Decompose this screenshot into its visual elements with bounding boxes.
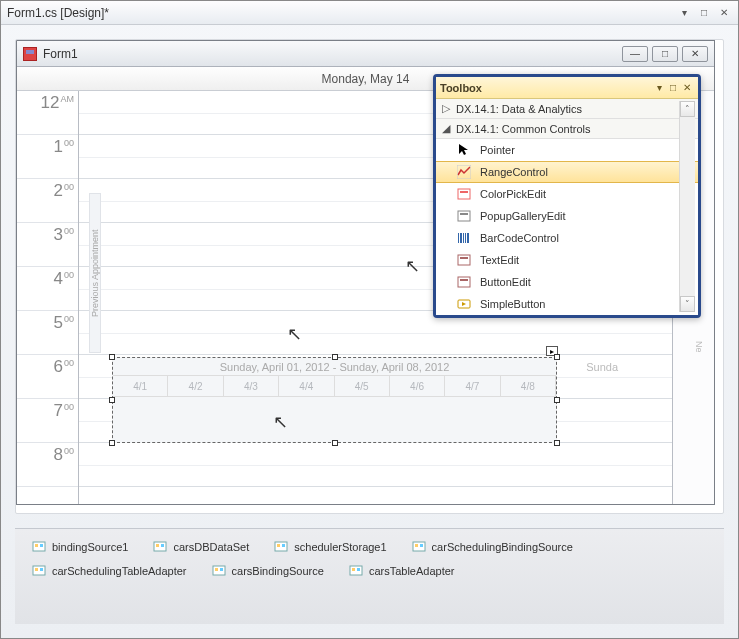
toolbox-item-label: Pointer xyxy=(480,144,515,156)
component-icon xyxy=(411,539,427,555)
toolbox-close-icon[interactable]: ✕ xyxy=(680,81,694,95)
toolbox-group-label: DX.14.1: Data & Analytics xyxy=(456,103,582,115)
svg-rect-3 xyxy=(458,211,470,221)
toolbox-item[interactable]: Pointer xyxy=(436,139,698,161)
component-icon xyxy=(152,539,168,555)
window-title: Form1.cs [Design]* xyxy=(7,6,676,20)
pin-icon[interactable]: □ xyxy=(666,81,680,95)
tray-label: carsBindingSource xyxy=(232,565,324,577)
svg-rect-27 xyxy=(33,566,45,575)
toolbox-group-expanded[interactable]: ◢ DX.14.1: Common Controls xyxy=(436,119,698,139)
range-ticks: 4/14/24/34/44/54/64/74/8 xyxy=(113,375,556,397)
svg-rect-28 xyxy=(35,568,38,571)
svg-rect-6 xyxy=(460,233,462,243)
dropdown-icon[interactable]: ▾ xyxy=(676,6,692,20)
svg-rect-20 xyxy=(161,544,164,547)
time-slot: 400 xyxy=(17,267,78,311)
scroll-down-icon[interactable]: ˅ xyxy=(680,296,695,312)
previous-appointment-button[interactable]: Previous Appointment xyxy=(89,193,101,353)
toolbox-title: Toolbox xyxy=(440,82,652,94)
toolbox-item[interactable]: ButtonEdit xyxy=(436,271,698,293)
range-tick: 4/5 xyxy=(335,376,390,396)
svg-rect-1 xyxy=(458,189,470,199)
component-icon xyxy=(348,563,364,579)
form1-title: Form1 xyxy=(43,47,622,61)
minimize-button[interactable]: — xyxy=(622,46,648,62)
svg-rect-5 xyxy=(458,233,459,243)
svg-rect-32 xyxy=(220,568,223,571)
time-slot: 12AM xyxy=(17,91,78,135)
svg-rect-8 xyxy=(465,233,466,243)
toolbox-item-label: ButtonEdit xyxy=(480,276,531,288)
tray-component[interactable]: carSchedulingTableAdapter xyxy=(31,563,187,579)
tray-component[interactable]: carsDBDataSet xyxy=(152,539,249,555)
range-tick: 4/4 xyxy=(279,376,334,396)
collapse-icon: ◢ xyxy=(442,122,452,135)
range-control[interactable]: ▸ Sunday, April 01, 2012 - Sunday, April… xyxy=(112,357,557,443)
close-icon[interactable]: ✕ xyxy=(716,6,732,20)
svg-rect-10 xyxy=(458,255,470,265)
tray-label: schedulerStorage1 xyxy=(294,541,386,553)
toolbox-item[interactable]: RangeControl xyxy=(436,161,698,183)
toolbox-item[interactable]: SimpleButton xyxy=(436,293,698,315)
time-slot: 500 xyxy=(17,311,78,355)
time-slot: 600 xyxy=(17,355,78,399)
smart-tag-icon[interactable]: ▸ xyxy=(546,346,558,356)
toolbox-items: PointerRangeControlColorPickEditPopupGal… xyxy=(436,139,698,315)
time-slot: 200 xyxy=(17,179,78,223)
tray-label: carSchedulingTableAdapter xyxy=(52,565,187,577)
svg-rect-11 xyxy=(460,257,468,259)
svg-rect-9 xyxy=(467,233,469,243)
range-tick: 4/3 xyxy=(224,376,279,396)
range-icon xyxy=(456,164,472,180)
maximize-button[interactable]: □ xyxy=(652,46,678,62)
textedit-icon xyxy=(456,252,472,268)
colorpick-icon xyxy=(456,186,472,202)
pointer-icon xyxy=(456,142,472,158)
toolbox-group-collapsed[interactable]: ▷ DX.14.1: Data & Analytics xyxy=(436,99,698,119)
close-button[interactable]: ✕ xyxy=(682,46,708,62)
svg-rect-2 xyxy=(460,191,468,193)
simplebtn-icon xyxy=(456,296,472,312)
tray-component[interactable]: carsTableAdapter xyxy=(348,563,455,579)
svg-rect-24 xyxy=(413,542,425,551)
toolbox-scrollbar[interactable]: ˄ ˅ xyxy=(679,101,695,312)
tray-component[interactable]: bindingSource1 xyxy=(31,539,128,555)
svg-rect-7 xyxy=(463,233,464,243)
toolbox-item[interactable]: BarCodeControl xyxy=(436,227,698,249)
range-caption: Sunday, April 01, 2012 - Sunday, April 0… xyxy=(113,358,556,373)
toolbox-group-label: DX.14.1: Common Controls xyxy=(456,123,591,135)
scroll-up-icon[interactable]: ˄ xyxy=(680,101,695,117)
toolbox-item[interactable]: PopupGalleryEdit xyxy=(436,205,698,227)
svg-rect-23 xyxy=(282,544,285,547)
tray-label: carSchedulingBindingSource xyxy=(432,541,573,553)
svg-rect-13 xyxy=(460,279,468,281)
svg-rect-17 xyxy=(40,544,43,547)
svg-rect-30 xyxy=(213,566,225,575)
component-icon xyxy=(211,563,227,579)
range-tick: 4/6 xyxy=(390,376,445,396)
grid-row[interactable] xyxy=(79,443,672,487)
svg-rect-31 xyxy=(215,568,218,571)
time-slot: 100 xyxy=(17,135,78,179)
form-icon xyxy=(23,47,37,61)
toolbox-panel[interactable]: Toolbox ▾ □ ✕ ▷ DX.14.1: Data & Analytic… xyxy=(433,74,701,318)
next-appointment-button[interactable]: Ne xyxy=(694,341,704,353)
btnedit-icon xyxy=(456,274,472,290)
maximize-icon[interactable]: □ xyxy=(696,6,712,20)
tray-component[interactable]: carsBindingSource xyxy=(211,563,324,579)
expand-icon: ▷ xyxy=(442,102,452,115)
tray-component[interactable]: schedulerStorage1 xyxy=(273,539,386,555)
svg-rect-33 xyxy=(350,566,362,575)
barcode-icon xyxy=(456,230,472,246)
time-slot: 300 xyxy=(17,223,78,267)
svg-rect-18 xyxy=(154,542,166,551)
tray-component[interactable]: carSchedulingBindingSource xyxy=(411,539,573,555)
toolbox-item[interactable]: TextEdit xyxy=(436,249,698,271)
toolbox-item-label: TextEdit xyxy=(480,254,519,266)
svg-rect-4 xyxy=(460,213,468,215)
designer-surface[interactable]: Form1 — □ ✕ Monday, May 14 12AM100200300… xyxy=(15,39,724,514)
toolbox-item-label: PopupGalleryEdit xyxy=(480,210,566,222)
toolbox-dropdown-icon[interactable]: ▾ xyxy=(652,81,666,95)
toolbox-item[interactable]: ColorPickEdit xyxy=(436,183,698,205)
